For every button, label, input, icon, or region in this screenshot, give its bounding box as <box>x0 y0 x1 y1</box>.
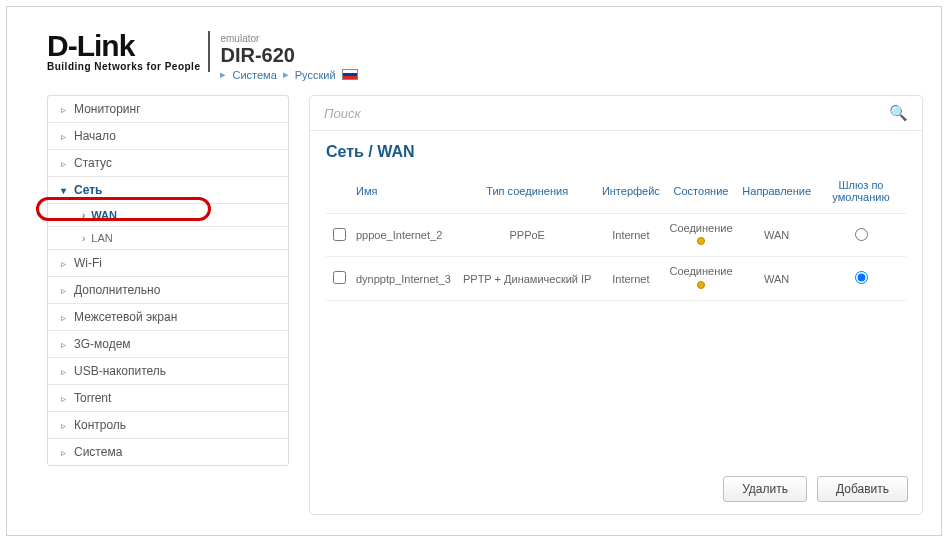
chevron-right-icon: ▹ <box>58 339 68 350</box>
chevron-right-icon: ▸ <box>220 68 226 81</box>
search-input[interactable] <box>324 106 889 121</box>
sidebar-item-advanced[interactable]: ▹ Дополнительно <box>48 277 288 304</box>
cell-type: PPPoE <box>457 214 597 257</box>
sidebar-subitem-lan[interactable]: › LAN <box>48 227 288 250</box>
default-gateway-radio[interactable] <box>855 228 868 241</box>
chevron-right-icon: › <box>82 233 85 244</box>
search-bar: 🔍 <box>310 96 922 131</box>
main-panel: 🔍 Сеть / WAN Имя Тип соединения Интерфей… <box>309 95 923 515</box>
add-button[interactable]: Добавить <box>817 476 908 502</box>
sidebar-item-network[interactable]: ▾ Сеть <box>48 177 288 204</box>
chevron-right-icon: ▹ <box>58 285 68 296</box>
cell-name: pppoe_Internet_2 <box>352 214 457 257</box>
cell-state: Соединение <box>665 257 738 300</box>
search-icon[interactable]: 🔍 <box>889 104 908 122</box>
wan-table: Имя Тип соединения Интерфейс Состояние Н… <box>326 173 906 301</box>
emulator-label: emulator <box>220 33 357 44</box>
chevron-right-icon: › <box>82 210 85 221</box>
sidebar-item-wifi[interactable]: ▹ Wi-Fi <box>48 250 288 277</box>
cell-interface: Internet <box>597 257 665 300</box>
sidebar-item-label: Система <box>74 445 122 459</box>
chevron-right-icon: ▹ <box>58 312 68 323</box>
breadcrumb-system[interactable]: Система <box>232 69 276 81</box>
cell-type: PPTP + Динамический IP <box>457 257 597 300</box>
sidebar-subitem-label: LAN <box>91 232 112 244</box>
chevron-right-icon: ▹ <box>58 393 68 404</box>
sidebar-item-firewall[interactable]: ▹ Межсетевой экран <box>48 304 288 331</box>
sidebar-item-status[interactable]: ▹ Статус <box>48 150 288 177</box>
sidebar-item-3g-modem[interactable]: ▹ 3G-модем <box>48 331 288 358</box>
chevron-right-icon: ▹ <box>58 366 68 377</box>
header: D-Link Building Networks for People emul… <box>7 7 941 95</box>
sidebar-item-start[interactable]: ▹ Начало <box>48 123 288 150</box>
sidebar-item-label: Статус <box>74 156 112 170</box>
sidebar-item-system[interactable]: ▹ Система <box>48 439 288 465</box>
col-default-gateway: Шлюз по умолчанию <box>816 173 906 214</box>
sidebar: ▹ Мониторинг ▹ Начало ▹ Статус ▾ Сеть › … <box>47 95 289 466</box>
col-direction: Направление <box>737 173 816 214</box>
chevron-right-icon: ▹ <box>58 258 68 269</box>
sidebar-item-label: Начало <box>74 129 116 143</box>
sidebar-item-usb-storage[interactable]: ▹ USB-накопитель <box>48 358 288 385</box>
row-checkbox[interactable] <box>333 228 346 241</box>
status-dot-icon <box>697 237 705 245</box>
col-type: Тип соединения <box>457 173 597 214</box>
footer-buttons: Удалить Добавить <box>723 476 908 502</box>
sidebar-item-label: Межсетевой экран <box>74 310 177 324</box>
sidebar-item-label: Контроль <box>74 418 126 432</box>
flag-ru-icon[interactable] <box>342 69 358 80</box>
status-dot-icon <box>697 281 705 289</box>
col-name: Имя <box>352 173 457 214</box>
sidebar-item-label: Сеть <box>74 183 102 197</box>
model-name: DIR-620 <box>220 44 357 66</box>
sidebar-item-control[interactable]: ▹ Контроль <box>48 412 288 439</box>
sidebar-subitem-wan[interactable]: › WAN <box>48 204 288 227</box>
sidebar-item-label: 3G-модем <box>74 337 131 351</box>
chevron-right-icon: ▹ <box>58 131 68 142</box>
sidebar-item-label: Дополнительно <box>74 283 160 297</box>
cell-direction: WAN <box>737 257 816 300</box>
chevron-right-icon: ▹ <box>58 420 68 431</box>
logo-text: D-Link <box>47 31 200 61</box>
sidebar-item-label: Torrent <box>74 391 111 405</box>
chevron-down-icon: ▾ <box>58 185 68 196</box>
sidebar-subitem-label: WAN <box>91 209 117 221</box>
chevron-right-icon: ▹ <box>58 104 68 115</box>
page-title: Сеть / WAN <box>326 143 906 161</box>
col-state: Состояние <box>665 173 738 214</box>
breadcrumb: ▸ Система ▸ Русский <box>220 68 357 81</box>
cell-name: dynpptp_Internet_3 <box>352 257 457 300</box>
chevron-right-icon: ▸ <box>283 68 289 81</box>
sidebar-item-label: Wi-Fi <box>74 256 102 270</box>
sidebar-item-monitoring[interactable]: ▹ Мониторинг <box>48 96 288 123</box>
sidebar-item-torrent[interactable]: ▹ Torrent <box>48 385 288 412</box>
sidebar-item-label: USB-накопитель <box>74 364 166 378</box>
logo: D-Link Building Networks for People <box>47 31 210 72</box>
delete-button[interactable]: Удалить <box>723 476 807 502</box>
cell-interface: Internet <box>597 214 665 257</box>
row-checkbox[interactable] <box>333 271 346 284</box>
sidebar-item-label: Мониторинг <box>74 102 141 116</box>
cell-direction: WAN <box>737 214 816 257</box>
table-row[interactable]: dynpptp_Internet_3 PPTP + Динамический I… <box>326 257 906 300</box>
chevron-right-icon: ▹ <box>58 447 68 458</box>
breadcrumb-language[interactable]: Русский <box>295 69 336 81</box>
chevron-right-icon: ▹ <box>58 158 68 169</box>
default-gateway-radio[interactable] <box>855 271 868 284</box>
logo-subtitle: Building Networks for People <box>47 61 200 72</box>
col-interface: Интерфейс <box>597 173 665 214</box>
cell-state: Соединение <box>665 214 738 257</box>
table-row[interactable]: pppoe_Internet_2 PPPoE Internet Соединен… <box>326 214 906 257</box>
